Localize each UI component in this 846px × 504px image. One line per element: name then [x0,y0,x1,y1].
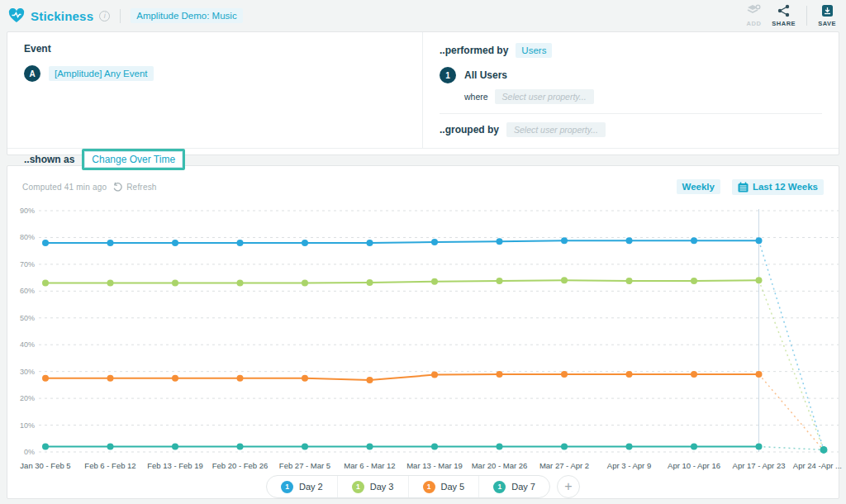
x-tick-label: Mar 6 - Mar 12 [344,461,395,470]
legend-item-day-3[interactable]: 1Day 3 [337,476,408,497]
data-point[interactable] [497,444,503,450]
interval-selector[interactable]: Weekly [677,179,720,194]
legend-item-day-2[interactable]: 1Day 2 [267,476,337,497]
x-tick-label: Feb 20 - Feb 26 [212,461,269,470]
share-button[interactable]: SHARE [772,4,796,27]
computed-timestamp: Computed 41 min ago [22,183,107,192]
share-button-label: SHARE [772,20,796,27]
series-color-badge: 1 [423,481,435,493]
data-point[interactable] [691,444,697,450]
data-point[interactable] [561,277,568,283]
save-button-label: SAVE [818,20,836,27]
final-data-point[interactable] [820,446,828,454]
grouped-by-property-input[interactable]: Select user property... [506,122,606,137]
data-point[interactable] [172,280,178,287]
data-point[interactable] [42,444,49,450]
add-button: ADD [747,4,762,27]
legend-item-day-5[interactable]: 1Day 5 [408,476,479,497]
series-line-incomplete [759,447,825,450]
shown-as-row: ..shown as Change Over Time [7,148,839,170]
breadcrumb[interactable]: Amplitude Demo: Music [131,8,242,23]
data-point[interactable] [302,375,308,382]
refresh-button[interactable]: Refresh [112,182,156,193]
x-tick-label: Apr 24 -Apr ... [793,461,842,470]
y-tick-label: 0% [24,448,35,456]
data-point[interactable] [626,371,633,378]
info-icon[interactable]: i [99,11,110,21]
where-property-input[interactable]: Select user property... [495,89,594,104]
data-point[interactable] [367,377,373,383]
event-badge: A [24,65,40,82]
data-point[interactable] [107,444,114,450]
data-point[interactable] [497,278,503,284]
page-title[interactable]: Stickiness [31,9,93,23]
plus-icon: + [564,480,572,493]
data-point[interactable] [42,375,49,382]
series-line [45,240,759,243]
stickiness-line-chart[interactable]: 0%10%20%30%40%50%60%70%80%90%Jan 30 - Fe… [11,201,844,475]
data-point[interactable] [237,444,244,450]
data-point[interactable] [367,279,373,286]
data-point[interactable] [367,444,373,450]
data-point[interactable] [107,280,114,287]
data-point[interactable] [756,371,763,378]
add-series-button[interactable]: + [557,475,580,498]
data-point[interactable] [691,371,697,378]
series-line [45,280,759,283]
data-point[interactable] [626,278,633,284]
legend-row: 1Day 21Day 31Day 51Day 7 + [11,475,835,498]
data-point[interactable] [302,240,308,246]
y-tick-label: 90% [20,207,35,215]
where-label: where [464,92,488,102]
data-point[interactable] [561,237,568,244]
x-tick-label: Jan 30 - Feb 5 [20,461,70,470]
data-point[interactable] [237,375,244,382]
performed-by-selector[interactable]: Users [516,43,552,58]
data-point[interactable] [237,240,244,246]
data-point[interactable] [431,278,438,285]
data-point[interactable] [561,444,568,450]
data-point[interactable] [691,237,697,244]
chart-panel: Computed 41 min ago Refresh Weekly Last … [7,165,839,499]
data-point[interactable] [756,277,763,283]
data-point[interactable] [237,280,244,287]
data-point[interactable] [107,375,114,382]
save-button[interactable]: SAVE [818,4,836,27]
series-color-badge: 1 [352,481,364,493]
date-range-label: Last 12 Weeks [753,182,818,192]
data-point[interactable] [497,371,503,378]
data-point[interactable] [172,240,178,246]
data-point[interactable] [431,372,438,378]
segment-badge: 1 [440,67,456,83]
performed-by-label: ..performed by [440,45,508,56]
data-point[interactable] [107,240,114,246]
data-point[interactable] [302,280,308,287]
event-section: Event A [Amplitude] Any Event [7,32,423,148]
data-point[interactable] [42,280,49,287]
series-color-badge: 1 [493,481,506,493]
shown-as-selector[interactable]: Change Over Time [82,149,185,170]
calendar-icon [738,182,749,193]
x-tick-label: Feb 13 - Feb 19 [147,461,203,470]
data-point[interactable] [367,240,373,246]
date-range-selector[interactable]: Last 12 Weeks [732,179,824,195]
x-tick-label: Feb 27 - Mar 5 [279,461,330,470]
data-point[interactable] [756,444,763,450]
legend-item-day-7[interactable]: 1Day 7 [478,476,549,497]
data-point[interactable] [626,237,633,244]
event-selector[interactable]: [Amplitude] Any Event [49,66,154,81]
data-point[interactable] [172,444,178,450]
performed-by-section: ..performed by Users 1 All Users where S… [423,32,839,148]
data-point[interactable] [302,444,308,450]
data-point[interactable] [756,237,763,244]
data-point[interactable] [172,375,178,382]
data-point[interactable] [561,371,568,378]
data-point[interactable] [431,239,438,245]
data-point[interactable] [691,278,697,284]
data-point[interactable] [626,444,633,450]
toolbar: ADD SHARE SAVE [747,4,836,27]
stickiness-chart-icon [8,8,25,23]
data-point[interactable] [42,240,49,246]
data-point[interactable] [431,444,438,450]
data-point[interactable] [497,238,503,245]
